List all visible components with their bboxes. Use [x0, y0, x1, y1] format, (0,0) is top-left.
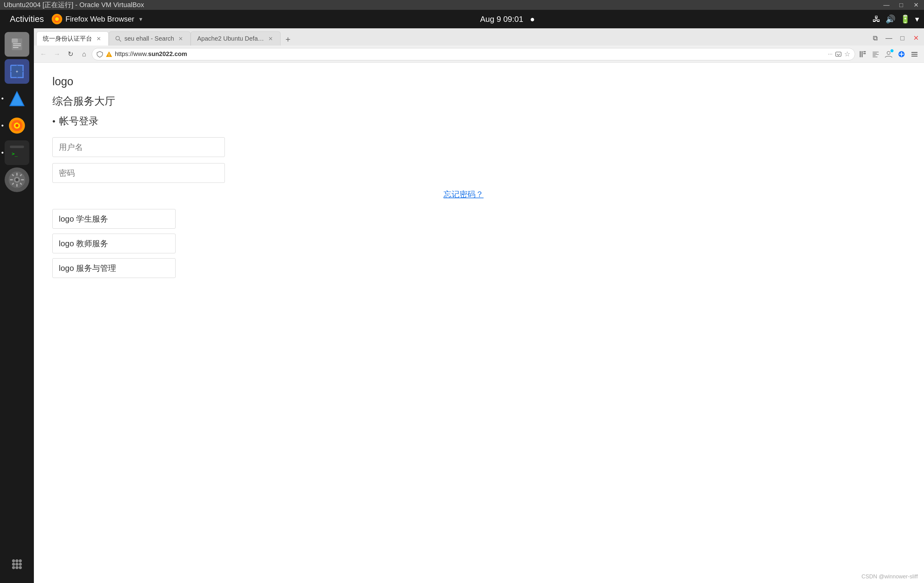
svg-point-41: [12, 563, 15, 566]
sync-icon: [898, 50, 906, 58]
account-button[interactable]: [883, 48, 894, 60]
svg-rect-52: [861, 51, 863, 57]
back-button[interactable]: ←: [38, 48, 49, 60]
pocket-icon[interactable]: [835, 51, 842, 58]
tab-unified-auth-close[interactable]: ✕: [95, 35, 102, 43]
dock-item-firefox[interactable]: [5, 113, 29, 138]
svg-rect-6: [13, 45, 21, 46]
svg-rect-12: [18, 65, 24, 66]
watermark: CSDN @winnower-sliff: [861, 573, 918, 580]
tab-maximize-btn[interactable]: □: [897, 33, 908, 44]
svg-rect-25: [10, 146, 24, 148]
shield-icon: [96, 51, 103, 58]
vm-title: Ubuntu2004 [正在运行] - Oracle VM VirtualBox: [4, 0, 882, 10]
vm-window: + >_: [0, 28, 924, 583]
terminal-icon: >_: [9, 145, 25, 160]
address-bar[interactable]: ! https://www.sun2022.com ··· ☆: [92, 48, 855, 60]
search-tab-icon: [115, 36, 121, 42]
vm-minimize-btn[interactable]: —: [882, 1, 891, 9]
svg-point-29: [15, 178, 18, 181]
vm-close-btn[interactable]: ✕: [912, 1, 920, 9]
svg-point-40: [19, 559, 22, 562]
network-icon[interactable]: 🖧: [873, 15, 881, 24]
svg-text:>_: >_: [12, 151, 18, 156]
svg-point-45: [15, 566, 18, 569]
svg-point-23: [15, 124, 18, 127]
tab-restore-btn[interactable]: ⧉: [870, 33, 881, 44]
svg-point-38: [12, 559, 15, 562]
browser-window: 统一身份认证平台 ✕ seu ehall - Search ✕ Apache2 …: [34, 28, 924, 583]
bookmark-star-icon[interactable]: ☆: [844, 50, 850, 58]
reader-icon: [872, 51, 879, 58]
reader-mode-button[interactable]: [870, 48, 881, 60]
volume-icon[interactable]: 🔊: [886, 15, 895, 24]
dock-item-terminal[interactable]: >_: [5, 140, 29, 165]
more-options-icon[interactable]: ···: [828, 51, 833, 57]
svg-point-60: [887, 51, 890, 54]
apps-grid-icon: [9, 557, 25, 572]
dock-apps-grid-btn[interactable]: [9, 557, 25, 573]
dock-item-files[interactable]: [5, 32, 29, 57]
browser-dropdown-icon[interactable]: ▾: [139, 15, 142, 23]
dock-item-screenshot[interactable]: +: [5, 59, 29, 84]
dock-item-wireshark[interactable]: [5, 86, 29, 111]
svg-rect-4: [12, 38, 18, 43]
settings-icon: [8, 171, 25, 188]
svg-rect-51: [860, 51, 861, 57]
tab-seu-ehall[interactable]: seu ehall - Search ✕: [109, 31, 191, 46]
vm-maximize-btn[interactable]: □: [897, 1, 906, 9]
browser-menu-button[interactable]: [909, 48, 920, 60]
dock: + >_: [0, 28, 34, 583]
dock-item-settings[interactable]: [5, 168, 29, 192]
svg-rect-16: [18, 77, 24, 78]
svg-point-44: [12, 566, 15, 569]
vm-controls: — □ ✕: [882, 1, 920, 9]
username-input[interactable]: [52, 137, 225, 157]
account-badge: [891, 49, 894, 52]
svg-point-42: [15, 563, 18, 566]
svg-text:!: !: [109, 53, 110, 57]
svg-rect-56: [873, 53, 877, 54]
svg-point-2: [55, 17, 59, 21]
svg-rect-54: [863, 53, 866, 54]
warning-icon: !: [106, 51, 112, 58]
tab-apache2[interactable]: Apache2 Ubuntu Defa… ✕: [191, 31, 280, 46]
svg-rect-62: [911, 52, 917, 53]
management-service-btn[interactable]: logo 服务与管理: [52, 258, 176, 278]
svg-text:+: +: [16, 69, 18, 74]
sync-button[interactable]: [896, 48, 908, 60]
svg-rect-32: [10, 179, 13, 180]
wireshark-icon: [8, 89, 26, 108]
new-tab-btn[interactable]: +: [282, 33, 294, 46]
browser-name-label: Firefox Web Browser: [65, 15, 134, 23]
teacher-service-btn[interactable]: logo 教师服务: [52, 234, 176, 253]
student-service-btn[interactable]: logo 学生服务: [52, 209, 176, 229]
tab-bar: 统一身份认证平台 ✕ seu ehall - Search ✕ Apache2 …: [34, 28, 924, 46]
login-form: [52, 137, 906, 183]
tab-minimize-btn[interactable]: —: [883, 33, 894, 44]
toolbar-right: [857, 48, 920, 60]
tab-close-btn[interactable]: ✕: [911, 33, 922, 44]
battery-icon[interactable]: 🔋: [900, 15, 910, 24]
svg-rect-33: [21, 179, 24, 180]
tab-seu-ehall-label: seu ehall - Search: [124, 35, 174, 42]
tab-apache2-close[interactable]: ✕: [267, 35, 274, 43]
library-button[interactable]: [857, 48, 869, 60]
vm-titlebar: Ubuntu2004 [正在运行] - Oracle VM VirtualBox…: [0, 0, 924, 10]
page-logo: logo: [52, 75, 906, 88]
svg-rect-53: [863, 51, 866, 52]
activities-button[interactable]: Activities: [5, 14, 49, 24]
reload-button[interactable]: ↻: [65, 48, 76, 60]
home-button[interactable]: ⌂: [78, 48, 90, 60]
browser-indicator: Firefox Web Browser ▾: [52, 14, 142, 24]
forward-button[interactable]: →: [51, 48, 63, 60]
tab-seu-ehall-close[interactable]: ✕: [177, 35, 184, 43]
system-menu-icon[interactable]: ▾: [915, 15, 919, 24]
files-icon: [9, 37, 25, 52]
forgot-password-link[interactable]: 忘记密码？: [444, 189, 483, 200]
password-input[interactable]: [52, 163, 225, 183]
svg-point-47: [116, 36, 119, 40]
svg-rect-58: [873, 55, 876, 56]
firefox-panel-icon: [52, 14, 62, 24]
tab-unified-auth[interactable]: 统一身份认证平台 ✕: [36, 31, 109, 46]
